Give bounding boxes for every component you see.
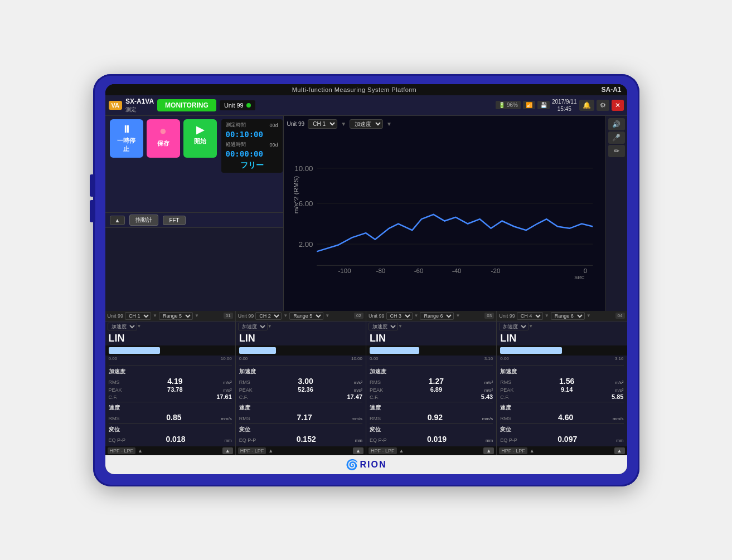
- time-value-2: 00:00:00: [226, 149, 278, 158]
- ch-disp-unit-2: mm: [355, 438, 362, 443]
- ch-range-select-1[interactable]: Range 5: [159, 312, 193, 320]
- monitoring-button[interactable]: MONITORING: [157, 99, 216, 111]
- ch-unit-4: Unit 99: [499, 313, 515, 319]
- ch-rms-unit-1: m/s²: [223, 380, 232, 385]
- ch-ch-select-2[interactable]: CH 2: [255, 312, 282, 320]
- ch-speed-rms-value-1: 0.85: [166, 413, 181, 422]
- unit-indicator: Unit 99: [220, 100, 255, 110]
- ch-hpf-btn-1[interactable]: HPF - LPF: [108, 447, 136, 454]
- ch-hpf-btn-3[interactable]: HPF - LPF: [369, 447, 397, 454]
- channel-panel-4: Unit 99 CH 4 ▼ Range 6 ▼ 04 加速度 ▼ LIN 0.…: [497, 311, 627, 455]
- side-button-1[interactable]: [90, 174, 95, 197]
- side-button-2[interactable]: [90, 200, 95, 222]
- chart-area: Unit 99 CH 1CH 2CH 3CH 4 ▼ 加速度 ▼: [284, 116, 627, 310]
- ch-rms-label-2: RMS: [239, 379, 259, 385]
- ch-accel-group-3: 加速度 RMS 1.27 m/s² PEAK 6.89 m/s² C.F. 5.…: [370, 366, 493, 400]
- ch-up-btn-1[interactable]: ▲: [222, 447, 233, 454]
- battery-pct: 96%: [507, 102, 518, 108]
- ch-rms-value-1: 4.19: [167, 377, 182, 386]
- edit-button[interactable]: ✏: [608, 145, 625, 157]
- ch-disp-title-4: 変位: [500, 426, 623, 434]
- ch-ch-select-4[interactable]: CH 4: [517, 312, 543, 320]
- save-button[interactable]: ● 保存: [147, 119, 180, 158]
- speaker-button[interactable]: 🔊: [608, 118, 625, 130]
- ch-ch-select-1[interactable]: CH 1: [125, 312, 151, 320]
- ch-peak-label-3: PEAK: [370, 387, 389, 393]
- ch-up-btn-4[interactable]: ▲: [614, 447, 625, 454]
- ch-type-select-3[interactable]: 加速度: [369, 323, 398, 330]
- ch-bar-1: [109, 347, 161, 354]
- ch-peak-row-2: PEAK 52.36 m/s²: [239, 386, 362, 393]
- fft-button[interactable]: FFT: [163, 216, 185, 225]
- ch-accel-group-1: 加速度 RMS 4.19 m/s² PEAK 73.78 m/s² C.F. 1…: [109, 366, 232, 400]
- ch-up-btn-2[interactable]: ▲: [353, 447, 363, 454]
- ch-speed-title-1: 速度: [109, 404, 232, 412]
- move-button[interactable]: 指動計: [129, 215, 158, 226]
- svg-text:-60: -60: [414, 267, 423, 274]
- ch-speed-group-1: 速度 RMS 0.85 mm/s: [109, 402, 232, 422]
- ch-peak-row-3: PEAK 6.89 m/s²: [370, 386, 493, 393]
- ch-speed-rms-label-1: RMS: [109, 416, 128, 421]
- pause-icon: ⏸: [122, 124, 132, 135]
- ch-footer-1: HPF - LPF ▲ ▲: [105, 446, 235, 455]
- ch-hpf-btn-2[interactable]: HPF - LPF: [238, 447, 266, 454]
- ch-range-select-2[interactable]: Range 5: [289, 312, 323, 320]
- ch-range-select-3[interactable]: Range 6: [420, 312, 454, 320]
- ch-cf-row-4: C.F. 5.85: [500, 393, 623, 400]
- chart-type-select[interactable]: 加速度: [350, 119, 383, 129]
- ch-ch-select-3[interactable]: CH 3: [386, 312, 413, 320]
- ch-num-3: 03: [484, 313, 494, 319]
- ch-speed-unit-4: mm/s: [613, 416, 624, 421]
- ch-rms-label-4: RMS: [500, 379, 520, 385]
- ch-peak-unit-4: m/s²: [615, 388, 624, 393]
- svg-text:10.00: 10.00: [294, 164, 313, 173]
- up-arrow-button[interactable]: ▲: [110, 216, 125, 225]
- pause-button[interactable]: ⏸ 一時停止: [110, 119, 143, 158]
- datetime-display: 2017/9/11 15:45: [552, 98, 577, 113]
- ch-bar-2: [239, 347, 276, 354]
- ch-bar-container-3: [366, 345, 496, 356]
- free-label: フリー: [226, 160, 278, 171]
- ch-speed-group-2: 速度 RMS 7.17 mm/s: [239, 402, 362, 422]
- main-screen: VA SX-A1VA 測定 MONITORING Unit 99 🔋 96% 📶…: [105, 95, 627, 474]
- chart-ch-select[interactable]: CH 1CH 2CH 3CH 4: [308, 119, 337, 129]
- ch-disp-row-3: EQ P-P 0.019 mm: [370, 435, 493, 444]
- settings-button[interactable]: ⚙: [597, 100, 609, 111]
- ch-cf-label-4: C.F.: [500, 395, 520, 400]
- start-icon: ▶: [196, 124, 204, 136]
- ch-cf-label-1: C.F.: [109, 395, 128, 400]
- ch-rms-unit-2: m/s²: [353, 380, 362, 385]
- ch-peak-row-4: PEAK 9.14 m/s²: [500, 386, 623, 393]
- ch-bar-3: [370, 347, 419, 354]
- ch-hpf-btn-4[interactable]: HPF - LPF: [499, 447, 527, 454]
- ch-disp-group-2: 変位 EQ P-P 0.152 mm: [239, 423, 362, 444]
- time-label-1: 測定時間: [226, 121, 246, 129]
- ch-type-select-2[interactable]: 加速度: [238, 323, 268, 330]
- ch-speed-rms-row-4: RMS 4.60 mm/s: [500, 413, 623, 422]
- ch-peak-label-1: PEAK: [109, 387, 128, 393]
- ch-disp-unit-1: mm: [224, 438, 231, 443]
- ch-bar-max-1: 10.00: [221, 356, 232, 361]
- svg-text:6.00: 6.00: [298, 199, 313, 208]
- ch-disp-value-3: 0.019: [427, 435, 447, 444]
- ch-type-select-1[interactable]: 加速度: [108, 323, 137, 330]
- close-button[interactable]: ✕: [612, 100, 624, 111]
- bell-button[interactable]: 🔔: [579, 100, 594, 111]
- logo-bar: 🌀 RION: [105, 455, 627, 474]
- svg-text:2.00: 2.00: [298, 240, 313, 249]
- ch-speed-rms-row-3: RMS 0.92 mm/s: [370, 413, 493, 422]
- ch-bar-labels-1: 0.00 10.00: [105, 356, 235, 362]
- ch-type-row-2: 加速度 ▼: [236, 322, 366, 332]
- header-icons: 🔋 96% 📶 💾 2017/9/11 15:45 🔔 ⚙ ✕: [496, 98, 623, 113]
- ch-peak-value-2: 52.36: [298, 386, 313, 393]
- ch-peak-value-4: 9.14: [561, 386, 573, 393]
- ch-bar-container-4: [497, 345, 627, 356]
- mic-button[interactable]: 🎤: [608, 132, 625, 144]
- start-button[interactable]: ▶ 開始: [183, 119, 217, 158]
- ch-peak-row-1: PEAK 73.78 m/s²: [109, 386, 232, 393]
- ch-disp-value-4: 0.097: [558, 435, 577, 444]
- ch-range-select-4[interactable]: Range 6: [551, 312, 585, 320]
- ch-peak-unit-3: m/s²: [484, 388, 493, 393]
- ch-type-select-4[interactable]: 加速度: [499, 323, 529, 330]
- ch-up-btn-3[interactable]: ▲: [483, 447, 494, 454]
